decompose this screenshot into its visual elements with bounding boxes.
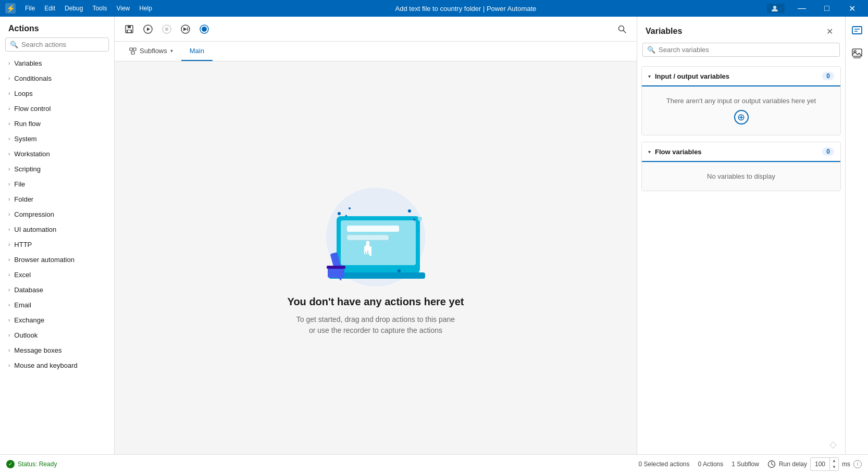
svg-text:✦: ✦ — [412, 217, 416, 222]
svg-rect-25 — [347, 226, 399, 232]
main-area: Subflows ▾ Main — [115, 17, 637, 454]
menu-tools[interactable]: Tools — [88, 3, 111, 14]
variables-icon-button[interactable] — [848, 21, 866, 40]
action-item-file[interactable]: › File — [0, 177, 114, 192]
variables-panel: Variables ✕ 🔍 ▾ Input / output variables… — [637, 17, 845, 454]
record-button[interactable] — [196, 21, 213, 38]
variables-panel-footer: ◇ — [637, 434, 845, 454]
action-item-outlook[interactable]: › Outlook — [0, 328, 114, 343]
search-variables-input[interactable] — [659, 46, 835, 54]
action-item-mouse-keyboard[interactable]: › Mouse and keyboard — [0, 358, 114, 373]
action-item-flow-control[interactable]: › Flow control — [0, 101, 114, 116]
run-delay-down[interactable]: ▼ — [830, 464, 838, 470]
empty-state-title: You don't have any actions here yet — [288, 296, 464, 308]
action-item-database[interactable]: › Database — [0, 282, 114, 297]
menu-help[interactable]: Help — [135, 3, 156, 14]
close-button[interactable]: ✕ — [840, 0, 864, 17]
actions-heading: Actions — [0, 17, 114, 38]
search-actions-input[interactable] — [21, 41, 104, 48]
chevron-right-icon: › — [8, 60, 10, 66]
images-icon-button[interactable] — [848, 44, 866, 63]
input-output-section: ▾ Input / output variables 0 There aren'… — [641, 66, 841, 135]
search-icon: 🔍 — [647, 46, 655, 54]
svg-point-15 — [202, 27, 207, 32]
action-item-label: Outlook — [14, 331, 38, 339]
svg-text:⚡: ⚡ — [6, 4, 16, 13]
search-button[interactable] — [614, 21, 630, 38]
stop-button[interactable] — [158, 21, 175, 38]
user-account[interactable] — [767, 4, 785, 13]
window-title: Add text file to country folder | Power … — [165, 5, 767, 13]
chevron-right-icon: › — [8, 91, 10, 96]
status-dot-icon — [6, 460, 15, 468]
action-item-label: Workstation — [14, 150, 49, 158]
action-item-variables[interactable]: › Variables — [0, 56, 114, 71]
svg-point-28 — [349, 207, 351, 209]
action-item-system[interactable]: › System — [0, 131, 114, 146]
run-delay-up[interactable]: ▲ — [830, 458, 838, 464]
action-item-label: Email — [14, 301, 31, 309]
action-item-excel[interactable]: › Excel — [0, 267, 114, 282]
svg-rect-6 — [128, 30, 131, 32]
action-item-label: Flow control — [14, 105, 51, 113]
action-item-label: File — [14, 180, 25, 188]
action-item-message-boxes[interactable]: › Message boxes — [0, 343, 114, 358]
action-item-email[interactable]: › Email — [0, 297, 114, 313]
menu-edit[interactable]: Edit — [40, 3, 59, 14]
action-item-label: Scripting — [14, 165, 41, 173]
chevron-right-icon: › — [8, 332, 10, 338]
info-icon[interactable]: i — [853, 460, 862, 468]
flow-variables-section-header[interactable]: ▾ Flow variables 0 — [642, 142, 840, 162]
maximize-button[interactable]: □ — [815, 0, 839, 17]
action-item-loops[interactable]: › Loops — [0, 86, 114, 101]
tab-main[interactable]: Main — [181, 42, 213, 61]
app-icon: ⚡ — [4, 2, 17, 15]
action-item-run-flow[interactable]: › Run flow — [0, 116, 114, 131]
action-item-label: Database — [14, 286, 43, 294]
chevron-right-icon: › — [8, 347, 10, 353]
action-item-label: System — [14, 135, 36, 143]
subflows-chevron: ▾ — [170, 48, 173, 54]
run-delay-input-box[interactable]: 100 ▲ ▼ — [810, 457, 839, 471]
menu-view[interactable]: View — [112, 3, 134, 14]
minimize-button[interactable]: — — [790, 0, 814, 17]
save-button[interactable] — [121, 21, 138, 38]
run-delay-spinners[interactable]: ▲ ▼ — [829, 458, 838, 470]
action-item-label: UI automation — [14, 226, 56, 233]
variables-close-button[interactable]: ✕ — [822, 24, 837, 39]
action-item-label: Exchange — [14, 316, 44, 324]
chevron-right-icon: › — [8, 317, 10, 323]
action-item-folder[interactable]: › Folder — [0, 192, 114, 207]
menu-file[interactable]: File — [21, 3, 39, 14]
flow-variables-section: ▾ Flow variables 0 No variables to displ… — [641, 142, 841, 191]
action-item-scripting[interactable]: › Scripting — [0, 161, 114, 177]
statusbar: Status: Ready 0 Selected actions 0 Actio… — [0, 454, 868, 473]
next-button[interactable] — [177, 21, 194, 38]
variables-search-box[interactable]: 🔍 — [642, 43, 840, 57]
svg-line-17 — [624, 30, 626, 33]
status-indicator: Status: Ready — [6, 460, 57, 468]
run-delay-label: Run delay — [779, 460, 807, 468]
action-item-workstation[interactable]: › Workstation — [0, 146, 114, 161]
add-input-output-variable-button[interactable]: ⊕ — [734, 110, 749, 125]
chevron-right-icon: › — [8, 196, 10, 202]
chevron-right-icon: › — [8, 363, 10, 368]
svg-rect-18 — [130, 48, 132, 51]
chevron-right-icon: › — [8, 242, 10, 247]
action-item-exchange[interactable]: › Exchange — [0, 313, 114, 328]
chevron-right-icon: › — [8, 287, 10, 293]
action-item-ui-automation[interactable]: › UI automation — [0, 222, 114, 237]
titlebar: ⚡ File Edit Debug Tools View Help Add te… — [0, 0, 868, 17]
actions-search-box[interactable]: 🔍 — [5, 38, 109, 52]
tab-subflows[interactable]: Subflows ▾ — [121, 42, 181, 61]
action-item-label: Conditionals — [14, 74, 52, 82]
run-delay-value[interactable]: 100 — [811, 459, 829, 469]
chevron-right-icon: › — [8, 121, 10, 127]
action-item-compression[interactable]: › Compression — [0, 207, 114, 222]
input-output-section-header[interactable]: ▾ Input / output variables 0 — [642, 67, 840, 86]
menu-debug[interactable]: Debug — [60, 3, 87, 14]
action-item-browser-automation[interactable]: › Browser automation — [0, 252, 114, 267]
action-item-conditionals[interactable]: › Conditionals — [0, 71, 114, 86]
action-item-http[interactable]: › HTTP — [0, 237, 114, 252]
run-button[interactable] — [140, 21, 156, 38]
